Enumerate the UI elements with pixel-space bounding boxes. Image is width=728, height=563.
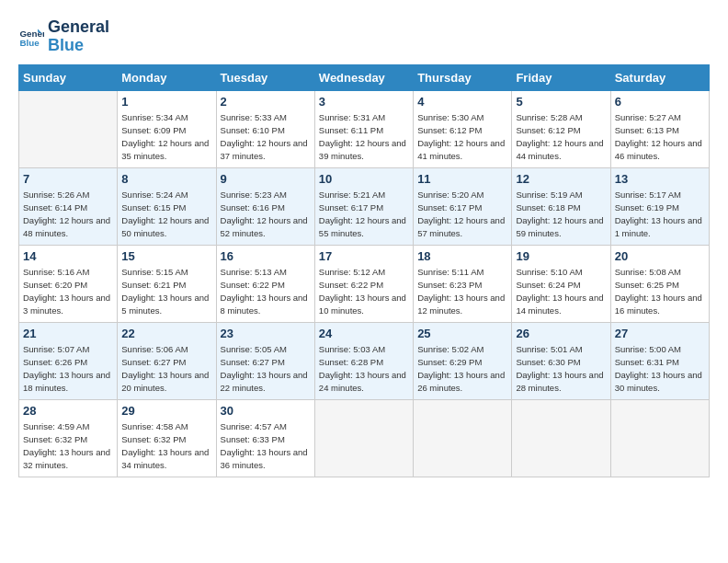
day-info: Sunrise: 5:11 AMSunset: 6:23 PMDaylight:… [417,266,507,318]
day-info: Sunrise: 5:12 AMSunset: 6:22 PMDaylight:… [319,266,409,318]
day-info: Sunrise: 5:15 AMSunset: 6:21 PMDaylight:… [121,266,211,318]
day-info: Sunrise: 5:27 AMSunset: 6:13 PMDaylight:… [615,111,705,164]
calendar-cell [19,90,118,167]
day-info: Sunrise: 5:19 AMSunset: 6:18 PMDaylight:… [516,189,606,241]
calendar-cell: 25Sunrise: 5:02 AMSunset: 6:29 PMDayligh… [414,322,512,399]
day-info: Sunrise: 5:30 AMSunset: 6:12 PMDaylight:… [417,111,507,164]
calendar-cell: 26Sunrise: 5:01 AMSunset: 6:30 PMDayligh… [512,322,610,399]
day-number: 25 [417,327,507,340]
calendar-cell: 24Sunrise: 5:03 AMSunset: 6:28 PMDayligh… [314,322,413,399]
day-info: Sunrise: 5:07 AMSunset: 6:26 PMDaylight:… [23,343,113,396]
calendar-table: SundayMondayTuesdayWednesdayThursdayFrid… [18,64,710,477]
calendar-cell: 14Sunrise: 5:16 AMSunset: 6:20 PMDayligh… [19,245,118,322]
day-info: Sunrise: 5:08 AMSunset: 6:25 PMDaylight:… [615,266,705,318]
calendar-cell: 13Sunrise: 5:17 AMSunset: 6:19 PMDayligh… [610,167,709,245]
column-header-thursday: Thursday [414,64,512,90]
day-info: Sunrise: 5:03 AMSunset: 6:28 PMDaylight:… [319,343,409,396]
calendar-cell [512,399,610,477]
calendar-cell: 3Sunrise: 5:31 AMSunset: 6:11 PMDaylight… [314,90,413,167]
day-number: 23 [221,327,311,340]
day-info: Sunrise: 5:21 AMSunset: 6:17 PMDaylight:… [319,189,409,241]
calendar-cell: 18Sunrise: 5:11 AMSunset: 6:23 PMDayligh… [414,245,512,322]
calendar-body: 1Sunrise: 5:34 AMSunset: 6:09 PMDaylight… [19,90,710,477]
day-number: 27 [615,327,705,340]
day-number: 1 [121,95,211,109]
column-header-saturday: Saturday [610,64,709,90]
calendar-cell: 17Sunrise: 5:12 AMSunset: 6:22 PMDayligh… [314,245,413,322]
day-number: 2 [221,95,311,109]
calendar-cell: 20Sunrise: 5:08 AMSunset: 6:25 PMDayligh… [610,245,709,322]
calendar-cell: 9Sunrise: 5:23 AMSunset: 6:16 PMDaylight… [216,167,314,245]
day-number: 28 [23,404,113,418]
column-header-friday: Friday [512,64,610,90]
day-number: 18 [417,249,507,263]
calendar-week-row: 21Sunrise: 5:07 AMSunset: 6:26 PMDayligh… [19,322,710,399]
day-number: 24 [319,327,409,340]
day-info: Sunrise: 5:24 AMSunset: 6:15 PMDaylight:… [121,189,211,241]
day-number: 8 [121,172,211,186]
page-header: General Blue General Blue [18,18,710,55]
day-number: 19 [516,249,606,263]
calendar-cell: 21Sunrise: 5:07 AMSunset: 6:26 PMDayligh… [19,322,118,399]
day-number: 20 [615,249,705,263]
day-number: 5 [516,95,606,109]
calendar-cell: 27Sunrise: 5:00 AMSunset: 6:31 PMDayligh… [610,322,709,399]
logo: General Blue General Blue [18,18,109,55]
calendar-cell: 5Sunrise: 5:28 AMSunset: 6:12 PMDaylight… [512,90,610,167]
calendar-cell: 4Sunrise: 5:30 AMSunset: 6:12 PMDaylight… [414,90,512,167]
svg-text:Blue: Blue [19,38,40,48]
calendar-cell: 8Sunrise: 5:24 AMSunset: 6:15 PMDaylight… [118,167,216,245]
day-info: Sunrise: 5:05 AMSunset: 6:27 PMDaylight:… [221,343,311,396]
day-info: Sunrise: 5:33 AMSunset: 6:10 PMDaylight:… [221,111,311,164]
day-number: 29 [121,404,211,418]
day-info: Sunrise: 5:23 AMSunset: 6:16 PMDaylight:… [221,189,311,241]
day-info: Sunrise: 5:06 AMSunset: 6:27 PMDaylight:… [121,343,211,396]
column-header-tuesday: Tuesday [216,64,314,90]
day-info: Sunrise: 5:02 AMSunset: 6:29 PMDaylight:… [417,343,507,396]
day-number: 4 [417,95,507,109]
calendar-cell: 22Sunrise: 5:06 AMSunset: 6:27 PMDayligh… [118,322,216,399]
calendar-cell: 16Sunrise: 5:13 AMSunset: 6:22 PMDayligh… [216,245,314,322]
day-number: 13 [615,172,705,186]
day-info: Sunrise: 5:31 AMSunset: 6:11 PMDaylight:… [319,111,409,164]
calendar-week-row: 14Sunrise: 5:16 AMSunset: 6:20 PMDayligh… [19,245,710,322]
day-number: 16 [221,249,311,263]
day-number: 15 [121,249,211,263]
day-number: 6 [615,95,705,109]
day-number: 17 [319,249,409,263]
day-info: Sunrise: 5:28 AMSunset: 6:12 PMDaylight:… [516,111,606,164]
calendar-cell: 19Sunrise: 5:10 AMSunset: 6:24 PMDayligh… [512,245,610,322]
day-number: 12 [516,172,606,186]
day-number: 7 [23,172,113,186]
calendar-cell: 30Sunrise: 4:57 AMSunset: 6:33 PMDayligh… [216,399,314,477]
calendar-cell: 6Sunrise: 5:27 AMSunset: 6:13 PMDaylight… [610,90,709,167]
day-info: Sunrise: 5:34 AMSunset: 6:09 PMDaylight:… [121,111,211,164]
column-header-wednesday: Wednesday [314,64,413,90]
calendar-header-row: SundayMondayTuesdayWednesdayThursdayFrid… [19,64,710,90]
logo-text: General Blue [48,18,109,55]
day-number: 3 [319,95,409,109]
calendar-cell [610,399,709,477]
day-number: 21 [23,327,113,340]
column-header-sunday: Sunday [19,64,118,90]
calendar-cell: 1Sunrise: 5:34 AMSunset: 6:09 PMDaylight… [118,90,216,167]
day-info: Sunrise: 5:00 AMSunset: 6:31 PMDaylight:… [615,343,705,396]
calendar-cell: 11Sunrise: 5:20 AMSunset: 6:17 PMDayligh… [414,167,512,245]
day-number: 22 [121,327,211,340]
logo-icon: General Blue [18,24,44,50]
day-info: Sunrise: 5:26 AMSunset: 6:14 PMDaylight:… [23,189,113,241]
day-number: 30 [221,404,311,418]
calendar-week-row: 28Sunrise: 4:59 AMSunset: 6:32 PMDayligh… [19,399,710,477]
day-info: Sunrise: 5:13 AMSunset: 6:22 PMDaylight:… [221,266,311,318]
calendar-week-row: 7Sunrise: 5:26 AMSunset: 6:14 PMDaylight… [19,167,710,245]
day-info: Sunrise: 5:20 AMSunset: 6:17 PMDaylight:… [417,189,507,241]
day-number: 26 [516,327,606,340]
day-info: Sunrise: 4:57 AMSunset: 6:33 PMDaylight:… [221,420,311,473]
day-info: Sunrise: 5:17 AMSunset: 6:19 PMDaylight:… [615,189,705,241]
calendar-cell: 2Sunrise: 5:33 AMSunset: 6:10 PMDaylight… [216,90,314,167]
day-number: 14 [23,249,113,263]
calendar-cell: 10Sunrise: 5:21 AMSunset: 6:17 PMDayligh… [314,167,413,245]
day-info: Sunrise: 4:59 AMSunset: 6:32 PMDaylight:… [23,420,113,473]
calendar-week-row: 1Sunrise: 5:34 AMSunset: 6:09 PMDaylight… [19,90,710,167]
calendar-cell: 29Sunrise: 4:58 AMSunset: 6:32 PMDayligh… [118,399,216,477]
